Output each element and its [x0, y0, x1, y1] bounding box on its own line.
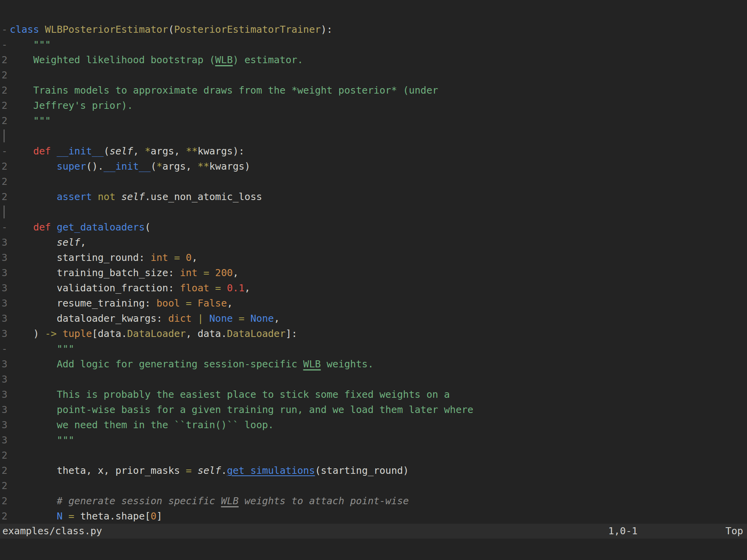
fold-column-marker — [0, 128, 10, 144]
status-cursor-position: 1,0-1 — [608, 524, 637, 539]
code-line[interactable]: 3 starting_round: int = 0, — [0, 250, 747, 265]
fold-column-marker: 3 — [0, 432, 10, 448]
code-line-text: def __init__(self, *args, **kwargs): — [10, 144, 244, 159]
code-line[interactable]: 2 assert not self.use_non_atomic_loss — [0, 189, 747, 204]
code-line-text: super().__init__(*args, **kwargs) — [10, 159, 250, 174]
code-line[interactable]: 3 self, — [0, 235, 747, 250]
fold-column-marker: 3 — [0, 235, 10, 250]
code-line-text: starting_round: int = 0, — [10, 250, 198, 265]
fold-column-marker: 3 — [0, 387, 10, 402]
code-line[interactable]: - def __init__(self, *args, **kwargs): — [0, 144, 747, 159]
code-line-text: validation_fraction: float = 0.1, — [10, 280, 250, 296]
fold-column-marker: 2 — [0, 83, 10, 98]
code-line-text: ) -> tuple[data.DataLoader, data.DataLoa… — [10, 326, 297, 341]
code-line[interactable]: 2 Trains models to approximate draws fro… — [0, 83, 747, 98]
fold-column-marker: 2 — [0, 52, 10, 67]
code-line-text: Jeffrey's prior). — [10, 98, 133, 113]
code-line[interactable]: 3 point-wise basis for a given training … — [0, 402, 747, 417]
code-line[interactable]: 3 resume_training: bool = False, — [0, 296, 747, 311]
command-line — [0, 539, 747, 560]
status-scroll-position: Top — [726, 524, 743, 539]
code-line-text: assert not self.use_non_atomic_loss — [10, 189, 262, 204]
code-line[interactable] — [0, 7, 747, 22]
code-line[interactable]: 3 """ — [0, 432, 747, 448]
code-line-text: class WLBPosteriorEstimator(PosteriorEst… — [10, 22, 333, 37]
fold-column-marker: - — [0, 341, 10, 356]
code-line-text: """ — [10, 37, 51, 52]
fold-column-marker: - — [0, 144, 10, 159]
code-line-text: resume_training: bool = False, — [10, 296, 233, 311]
fold-column-marker: 2 — [0, 478, 10, 493]
fold-column-marker: 2 — [0, 189, 10, 204]
fold-column-marker: 2 — [0, 113, 10, 128]
fold-column-marker — [0, 204, 10, 220]
code-line[interactable]: 2 Weighted likelihood bootstrap (WLB) es… — [0, 52, 747, 67]
code-line[interactable]: 3 validation_fraction: float = 0.1, — [0, 280, 747, 296]
code-line[interactable]: 2 — [0, 478, 747, 493]
code-line[interactable]: 2 theta, x, prior_masks = self.get_simul… — [0, 463, 747, 478]
code-line[interactable]: 3 training_batch_size: int = 200, — [0, 265, 747, 280]
code-line-text: """ — [10, 341, 74, 356]
code-line[interactable]: 2 super().__init__(*args, **kwargs) — [0, 159, 747, 174]
code-line[interactable]: - """ — [0, 37, 747, 52]
fold-column-marker: 2 — [0, 448, 10, 463]
fold-column-marker: 2 — [0, 463, 10, 478]
fold-column-marker: - — [0, 37, 10, 52]
code-line[interactable]: 3 This is probably the easiest place to … — [0, 387, 747, 402]
fold-column-marker: 3 — [0, 372, 10, 387]
code-line[interactable]: 3 Add logic for generating session-speci… — [0, 356, 747, 372]
fold-level-bar — [4, 129, 5, 142]
fold-column-marker: 3 — [0, 311, 10, 326]
code-line[interactable]: -class WLBPosteriorEstimator(PosteriorEs… — [0, 22, 747, 37]
code-line-text: N = theta.shape[0] — [10, 509, 162, 524]
code-line[interactable]: 3 we need them in the ``train()`` loop. — [0, 417, 747, 432]
code-line-text: Add logic for generating session-specifi… — [10, 356, 374, 372]
fold-column-marker: 3 — [0, 265, 10, 280]
fold-column-marker: 3 — [0, 250, 10, 265]
code-line-text: theta, x, prior_masks = self.get_simulat… — [10, 463, 409, 478]
fold-column-marker: - — [0, 220, 10, 235]
code-buffer[interactable]: -class WLBPosteriorEstimator(PosteriorEs… — [0, 7, 747, 524]
code-line[interactable]: 3 — [0, 372, 747, 387]
fold-column-marker: 3 — [0, 356, 10, 372]
code-line[interactable]: 3 dataloader_kwargs: dict | None = None, — [0, 311, 747, 326]
fold-column-marker: 3 — [0, 326, 10, 341]
code-line-text: we need them in the ``train()`` loop. — [10, 417, 274, 432]
code-line-text: self, — [10, 235, 86, 250]
code-line[interactable]: - def get_dataloaders( — [0, 220, 747, 235]
code-line[interactable]: 2 Jeffrey's prior). — [0, 98, 747, 113]
code-line[interactable]: 2 — [0, 174, 747, 189]
code-line-text: dataloader_kwargs: dict | None = None, — [10, 311, 280, 326]
fold-column-marker: 2 — [0, 174, 10, 189]
fold-column-marker: - — [0, 22, 10, 37]
code-line[interactable]: 3 ) -> tuple[data.DataLoader, data.DataL… — [0, 326, 747, 341]
code-line-text: training_batch_size: int = 200, — [10, 265, 239, 280]
code-line[interactable]: 2 — [0, 67, 747, 83]
status-file-name: examples/class.py — [2, 524, 102, 539]
code-line[interactable] — [0, 128, 747, 144]
fold-column-marker — [0, 7, 10, 22]
fold-level-bar — [4, 206, 5, 218]
fold-column-marker: 2 — [0, 98, 10, 113]
fold-column-marker: 3 — [0, 280, 10, 296]
code-line-text: This is probably the easiest place to st… — [10, 387, 450, 402]
code-line[interactable]: 2 N = theta.shape[0] — [0, 509, 747, 524]
code-line[interactable] — [0, 204, 747, 220]
code-line-text: Trains models to approximate draws from … — [10, 83, 438, 98]
code-line-text: point-wise basis for a given training ru… — [10, 402, 473, 417]
code-line[interactable]: - """ — [0, 341, 747, 356]
vim-editor-window: -class WLBPosteriorEstimator(PosteriorEs… — [0, 0, 747, 560]
fold-column-marker: 3 — [0, 402, 10, 417]
code-line[interactable]: 2 """ — [0, 113, 747, 128]
fold-column-marker: 3 — [0, 417, 10, 432]
fold-column-marker: 2 — [0, 159, 10, 174]
code-line[interactable]: 2 — [0, 448, 747, 463]
code-line-text: # generate session specific WLB weights … — [10, 493, 409, 509]
code-line[interactable]: 2 # generate session specific WLB weight… — [0, 493, 747, 509]
code-line-text: Weighted likelihood bootstrap (WLB) esti… — [10, 52, 303, 67]
fold-column-marker: 2 — [0, 509, 10, 524]
fold-column-marker: 3 — [0, 296, 10, 311]
code-line-text: """ — [10, 432, 74, 448]
fold-column-marker: 2 — [0, 493, 10, 509]
code-line-text: """ — [10, 113, 51, 128]
